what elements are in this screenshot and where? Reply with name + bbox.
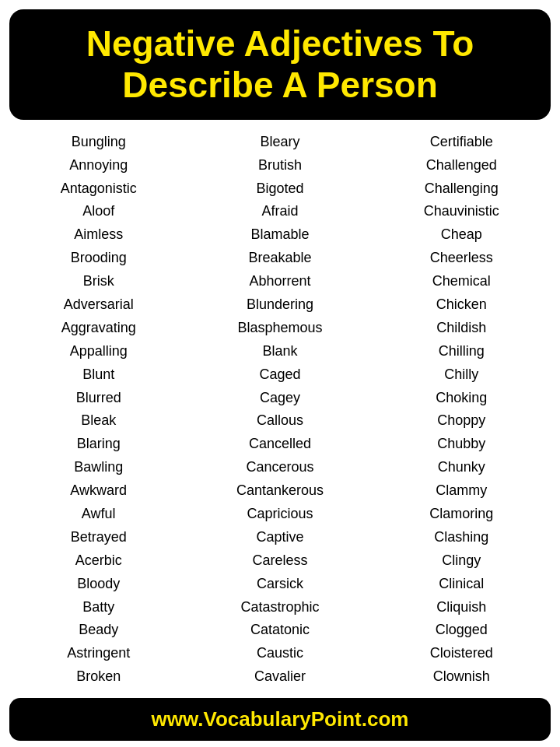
word-item: Aimless — [74, 223, 123, 247]
word-item: Clownish — [433, 665, 490, 689]
word-item: Antagonistic — [61, 177, 137, 201]
word-column-1: BunglingAnnoyingAntagonisticAloofAimless… — [8, 131, 189, 689]
word-item: Caged — [259, 363, 300, 387]
word-item: Cliquish — [436, 596, 486, 619]
word-item: Certifiable — [430, 131, 493, 154]
word-item: Aloof — [82, 200, 114, 223]
word-item: Choking — [436, 387, 487, 410]
word-item: Clinical — [439, 573, 484, 596]
word-item: Cloistered — [430, 642, 493, 665]
page-footer: www.VocabularyPoint.com — [9, 698, 551, 741]
word-item: Catatonic — [250, 619, 310, 642]
word-item: Chilly — [444, 363, 478, 387]
word-item: Careless — [252, 549, 307, 573]
word-item: Chunky — [438, 456, 485, 479]
word-item: Brisk — [83, 270, 114, 293]
word-item: Betrayed — [71, 526, 127, 549]
word-item: Acerbic — [75, 549, 122, 573]
word-item: Challenging — [425, 177, 499, 201]
word-item: Blundering — [247, 293, 313, 317]
word-item: Cagey — [260, 387, 300, 410]
word-item: Aggravating — [61, 317, 136, 340]
footer-url: www.VocabularyPoint.com — [152, 707, 409, 731]
word-item: Cheerless — [430, 247, 493, 270]
word-item: Appalling — [70, 340, 128, 363]
word-columns: BunglingAnnoyingAntagonisticAloofAimless… — [8, 131, 552, 689]
word-item: Chauvinistic — [424, 200, 499, 223]
word-item: Cantankerous — [236, 479, 324, 503]
word-item: Bungling — [72, 131, 126, 154]
word-item: Blaring — [77, 433, 121, 456]
word-item: Blasphemous — [237, 317, 322, 340]
word-column-2: BlearyBrutishBigotedAfraidBlamableBreaka… — [189, 131, 370, 689]
word-item: Cancelled — [249, 433, 311, 456]
word-item: Cancerous — [246, 456, 313, 479]
word-item: Adversarial — [64, 293, 134, 317]
word-item: Brooding — [71, 247, 127, 270]
word-item: Clammy — [436, 479, 487, 503]
word-item: Batty — [82, 596, 114, 619]
word-item: Beady — [79, 619, 118, 642]
word-item: Brutish — [258, 154, 302, 177]
page-title: Negative Adjectives To Describe A Person — [25, 23, 535, 106]
page-header: Negative Adjectives To Describe A Person — [9, 9, 551, 120]
word-item: Cheap — [441, 223, 482, 247]
word-item: Caustic — [257, 642, 303, 665]
word-item: Bloody — [77, 573, 120, 596]
word-item: Childish — [436, 317, 486, 340]
word-item: Blamable — [250, 223, 309, 247]
word-item: Broken — [76, 665, 121, 689]
word-list-container: BunglingAnnoyingAntagonisticAloofAimless… — [0, 126, 560, 695]
word-item: Annoying — [69, 154, 128, 177]
word-item: Breakable — [248, 247, 311, 270]
word-item: Clashing — [434, 526, 488, 549]
word-item: Choppy — [437, 409, 485, 433]
word-column-3: CertifiableChallengedChallengingChauvini… — [371, 131, 552, 689]
word-item: Bleary — [260, 131, 299, 154]
word-item: Captive — [256, 526, 303, 549]
word-item: Chilling — [439, 340, 485, 363]
word-item: Challenged — [426, 154, 497, 177]
word-item: Cavalier — [254, 665, 306, 689]
word-item: Carsick — [257, 573, 303, 596]
word-item: Blunt — [82, 363, 114, 387]
word-item: Clingy — [442, 549, 481, 573]
word-item: Capricious — [247, 503, 313, 526]
word-item: Catastrophic — [240, 596, 319, 619]
word-item: Astringent — [67, 642, 130, 665]
word-item: Clamoring — [429, 503, 493, 526]
word-item: Blurred — [76, 387, 121, 410]
word-item: Awkward — [70, 479, 127, 503]
word-item: Bigoted — [256, 177, 303, 201]
word-item: Blank — [262, 340, 297, 363]
word-item: Clogged — [436, 619, 488, 642]
word-item: Chubby — [437, 433, 485, 456]
word-item: Bawling — [74, 456, 123, 479]
word-item: Bleak — [81, 409, 116, 433]
word-item: Afraid — [261, 200, 298, 223]
word-item: Abhorrent — [249, 270, 310, 293]
word-item: Chicken — [436, 293, 487, 317]
word-item: Callous — [257, 409, 303, 433]
word-item: Awful — [82, 503, 116, 526]
word-item: Chemical — [432, 270, 491, 293]
